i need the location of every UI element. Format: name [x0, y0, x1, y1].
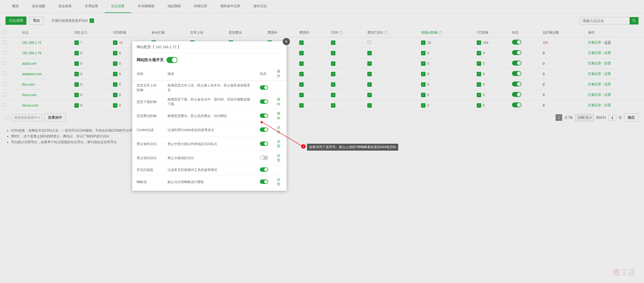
- config-row: 恶意下载防御检测恶意下载，防止备份文件、源代码、其他关键数据被下载规则: [132, 95, 287, 109]
- config-table: 名称描述状态操作 恶意文件上传防御检测恶意文件上传，防止被上传木马、防止服务器权…: [132, 67, 287, 191]
- config-action[interactable]: 规则: [277, 97, 280, 106]
- config-action[interactable]: 设置: [277, 154, 280, 162]
- watermark: 搬主题: [613, 267, 636, 277]
- config-action[interactable]: 设置: [277, 140, 280, 148]
- modal-title: 网站配置【 192.168.1.72 】: [137, 45, 181, 50]
- config-row: 禁止海外访问禁止中国大陆以外的地区访问站点设置: [132, 137, 287, 151]
- config-toggle[interactable]: [260, 127, 268, 132]
- config-toggle[interactable]: [260, 167, 268, 172]
- config-row: 恶意爬虫防御检测恶意爬虫，防止恶意爬虫、访问网站规则: [132, 109, 287, 123]
- config-toggle[interactable]: [260, 85, 268, 90]
- config-toggle[interactable]: [260, 113, 268, 118]
- config-action[interactable]: 规则: [277, 111, 280, 120]
- config-toggle[interactable]: [260, 142, 268, 146]
- annotation-text: 如果关闭了该开关。那么上述的7种蜘蛛都会返回444状态码: [307, 144, 398, 151]
- modal-mask[interactable]: [0, 0, 644, 283]
- config-toggle[interactable]: [260, 179, 268, 184]
- config-action[interactable]: 设置: [277, 178, 280, 186]
- config-row: 蜘蛛池默认允许的蜘蛛进行爬取设置: [132, 175, 287, 189]
- annotation-badge: 1: [301, 144, 306, 149]
- close-icon[interactable]: ✕: [283, 38, 290, 45]
- config-row: 恶意文件上传防御检测恶意文件上传，防止被上传木马、防止服务器权限丢失: [132, 81, 287, 95]
- config-toggle[interactable]: [260, 99, 268, 104]
- config-row: 常见扫描器过滤常见扫描测试工具的渗透测试: [132, 165, 287, 175]
- config-toggle[interactable]: [260, 156, 268, 160]
- config-row: Cookie过滤过滤利用Cookie发起的渗透攻击设置: [132, 123, 287, 137]
- firewall-switch-label: 网站防火墙开关: [137, 58, 164, 62]
- firewall-toggle[interactable]: [166, 57, 177, 63]
- config-action[interactable]: 设置: [277, 126, 280, 134]
- config-row: 禁止境内访问禁止大陆地区访问设置: [132, 151, 287, 165]
- site-config-modal: ✕ 网站配置【 192.168.1.72 】 网站防火墙开关 名称描述状态操作 …: [132, 41, 287, 191]
- config-row: 使用CDN该站点使用CDN，启动后方可正确获取客户IP,默认获取请求头的最后一个…: [132, 189, 287, 191]
